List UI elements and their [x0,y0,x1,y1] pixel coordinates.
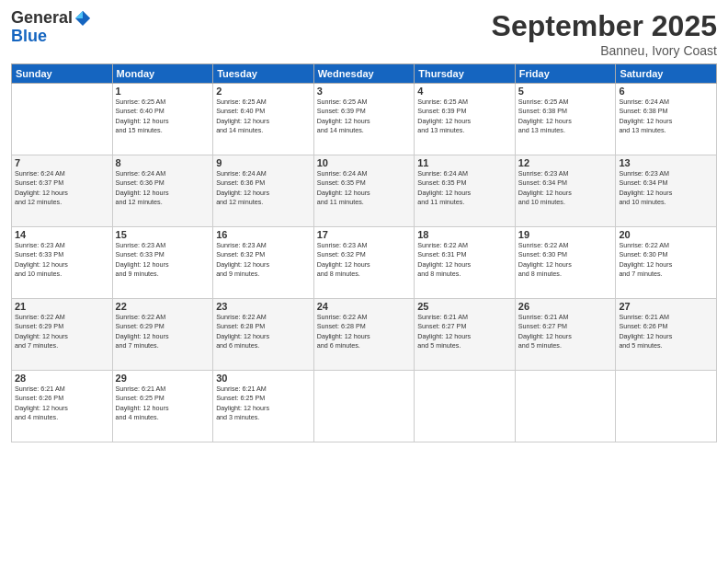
day-info: Sunrise: 6:23 AMSunset: 6:34 PMDaylight:… [619,169,713,208]
week-row-5: 28Sunrise: 6:21 AMSunset: 6:26 PMDayligh… [12,371,717,442]
day-cell [12,84,113,155]
location-subtitle: Banneu, Ivory Coast [492,43,717,58]
day-info: Sunrise: 6:23 AMSunset: 6:32 PMDaylight:… [317,241,412,280]
col-header-monday: Monday [112,64,213,84]
day-cell: 7Sunrise: 6:24 AMSunset: 6:37 PMDaylight… [12,155,113,227]
day-cell: 13Sunrise: 6:23 AMSunset: 6:34 PMDayligh… [616,155,717,227]
col-header-thursday: Thursday [415,64,516,84]
day-info: Sunrise: 6:23 AMSunset: 6:33 PMDaylight:… [15,241,109,280]
day-info: Sunrise: 6:24 AMSunset: 6:35 PMDaylight:… [417,169,512,208]
day-info: Sunrise: 6:22 AMSunset: 6:28 PMDaylight:… [216,313,311,351]
day-number: 5 [518,86,613,97]
day-number: 12 [518,157,613,168]
day-cell: 22Sunrise: 6:22 AMSunset: 6:29 PMDayligh… [112,299,213,371]
day-number: 6 [619,86,713,97]
header-row: SundayMondayTuesdayWednesdayThursdayFrid… [12,64,717,84]
day-info: Sunrise: 6:22 AMSunset: 6:30 PMDaylight:… [518,241,613,280]
logo: General Blue [11,9,91,46]
day-number: 10 [317,157,412,168]
day-number: 23 [216,301,311,312]
day-cell: 17Sunrise: 6:23 AMSunset: 6:32 PMDayligh… [313,227,415,299]
day-cell: 27Sunrise: 6:21 AMSunset: 6:26 PMDayligh… [616,299,717,371]
day-number: 19 [518,229,613,240]
header: General Blue September 2025 Banneu, Ivor… [11,9,717,58]
day-info: Sunrise: 6:25 AMSunset: 6:39 PMDaylight:… [317,98,412,136]
col-header-tuesday: Tuesday [213,64,314,84]
day-info: Sunrise: 6:22 AMSunset: 6:31 PMDaylight:… [417,241,512,280]
day-number: 17 [317,229,412,240]
day-info: Sunrise: 6:24 AMSunset: 6:36 PMDaylight:… [216,169,311,208]
day-number: 1 [116,86,210,97]
day-cell: 9Sunrise: 6:24 AMSunset: 6:36 PMDaylight… [213,155,314,227]
day-info: Sunrise: 6:25 AMSunset: 6:39 PMDaylight:… [417,98,512,136]
day-cell: 15Sunrise: 6:23 AMSunset: 6:33 PMDayligh… [112,227,213,299]
day-number: 24 [317,301,412,312]
logo-line2: Blue [11,28,91,46]
day-number: 29 [116,373,210,384]
day-info: Sunrise: 6:23 AMSunset: 6:32 PMDaylight:… [216,241,311,280]
col-header-saturday: Saturday [616,64,717,84]
day-cell: 1Sunrise: 6:25 AMSunset: 6:40 PMDaylight… [112,84,213,155]
day-info: Sunrise: 6:22 AMSunset: 6:30 PMDaylight:… [619,241,713,280]
day-cell: 16Sunrise: 6:23 AMSunset: 6:32 PMDayligh… [213,227,314,299]
day-cell: 4Sunrise: 6:25 AMSunset: 6:39 PMDaylight… [415,84,516,155]
day-number: 9 [216,157,311,168]
day-cell: 24Sunrise: 6:22 AMSunset: 6:28 PMDayligh… [313,299,415,371]
title-block: September 2025 Banneu, Ivory Coast [492,9,717,58]
day-info: Sunrise: 6:25 AMSunset: 6:38 PMDaylight:… [518,98,613,136]
col-header-sunday: Sunday [12,64,113,84]
day-info: Sunrise: 6:25 AMSunset: 6:40 PMDaylight:… [216,98,311,136]
day-number: 21 [15,301,109,312]
day-number: 8 [116,157,210,168]
day-info: Sunrise: 6:23 AMSunset: 6:33 PMDaylight:… [116,241,210,280]
day-info: Sunrise: 6:25 AMSunset: 6:40 PMDaylight:… [116,98,210,136]
day-info: Sunrise: 6:21 AMSunset: 6:25 PMDaylight:… [216,385,311,423]
day-info: Sunrise: 6:24 AMSunset: 6:35 PMDaylight:… [317,169,412,208]
day-info: Sunrise: 6:24 AMSunset: 6:37 PMDaylight:… [15,169,109,208]
day-info: Sunrise: 6:21 AMSunset: 6:27 PMDaylight:… [518,313,613,351]
logo-line1: General [11,9,91,28]
week-row-2: 7Sunrise: 6:24 AMSunset: 6:37 PMDaylight… [12,155,717,227]
day-cell: 5Sunrise: 6:25 AMSunset: 6:38 PMDaylight… [515,84,616,155]
day-number: 27 [619,301,713,312]
day-number: 16 [216,229,311,240]
day-cell: 12Sunrise: 6:23 AMSunset: 6:34 PMDayligh… [515,155,616,227]
day-info: Sunrise: 6:21 AMSunset: 6:25 PMDaylight:… [116,385,210,423]
day-info: Sunrise: 6:24 AMSunset: 6:38 PMDaylight:… [619,98,713,136]
day-cell: 10Sunrise: 6:24 AMSunset: 6:35 PMDayligh… [313,155,415,227]
day-info: Sunrise: 6:21 AMSunset: 6:27 PMDaylight:… [417,313,512,351]
day-number: 11 [417,157,512,168]
day-cell: 3Sunrise: 6:25 AMSunset: 6:39 PMDaylight… [313,84,415,155]
day-cell: 18Sunrise: 6:22 AMSunset: 6:31 PMDayligh… [415,227,516,299]
week-row-4: 21Sunrise: 6:22 AMSunset: 6:29 PMDayligh… [12,299,717,371]
day-number: 4 [417,86,512,97]
col-header-wednesday: Wednesday [313,64,415,84]
day-cell: 8Sunrise: 6:24 AMSunset: 6:36 PMDaylight… [112,155,213,227]
week-row-1: 1Sunrise: 6:25 AMSunset: 6:40 PMDaylight… [12,84,717,155]
day-cell [515,371,616,442]
day-cell: 29Sunrise: 6:21 AMSunset: 6:25 PMDayligh… [112,371,213,442]
day-info: Sunrise: 6:21 AMSunset: 6:26 PMDaylight:… [15,385,109,423]
col-header-friday: Friday [515,64,616,84]
day-number: 26 [518,301,613,312]
day-cell: 6Sunrise: 6:24 AMSunset: 6:38 PMDaylight… [616,84,717,155]
day-number: 28 [15,373,109,384]
day-cell [616,371,717,442]
day-cell: 19Sunrise: 6:22 AMSunset: 6:30 PMDayligh… [515,227,616,299]
calendar-table: SundayMondayTuesdayWednesdayThursdayFrid… [11,63,717,442]
day-info: Sunrise: 6:24 AMSunset: 6:36 PMDaylight:… [116,169,210,208]
day-number: 22 [116,301,210,312]
day-number: 14 [15,229,109,240]
day-number: 18 [417,229,512,240]
day-info: Sunrise: 6:22 AMSunset: 6:29 PMDaylight:… [15,313,109,351]
day-cell: 25Sunrise: 6:21 AMSunset: 6:27 PMDayligh… [415,299,516,371]
day-cell: 21Sunrise: 6:22 AMSunset: 6:29 PMDayligh… [12,299,113,371]
day-number: 3 [317,86,412,97]
day-number: 7 [15,157,109,168]
week-row-3: 14Sunrise: 6:23 AMSunset: 6:33 PMDayligh… [12,227,717,299]
day-info: Sunrise: 6:22 AMSunset: 6:29 PMDaylight:… [116,313,210,351]
day-number: 2 [216,86,311,97]
day-info: Sunrise: 6:22 AMSunset: 6:28 PMDaylight:… [317,313,412,351]
day-cell: 23Sunrise: 6:22 AMSunset: 6:28 PMDayligh… [213,299,314,371]
day-cell: 30Sunrise: 6:21 AMSunset: 6:25 PMDayligh… [213,371,314,442]
